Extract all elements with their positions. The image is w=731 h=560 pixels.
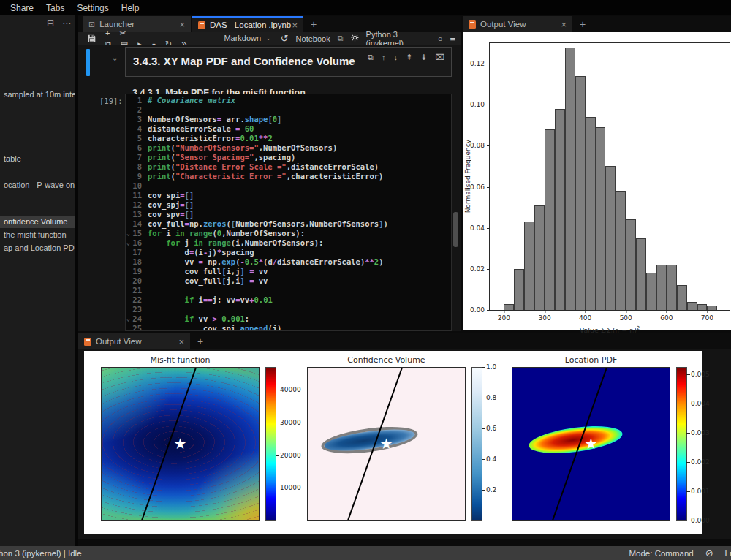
notebook-toolbar: +✂⧉▤▶■↻» Markdown ⌄ ↺ Notebook ⧉ Python …: [78, 32, 461, 45]
histogram-bar: [504, 304, 514, 310]
add-tab-button[interactable]: +: [572, 16, 593, 32]
toc-item[interactable]: the misfit function: [0, 229, 75, 241]
histogram-bar: [545, 129, 555, 310]
colorbar: [471, 367, 482, 521]
histogram-bar: [626, 219, 636, 310]
output-view-panel-bottom: Output View × + Mis-fit function ★ −800−…: [78, 333, 731, 539]
external-link-icon[interactable]: ⧉: [338, 34, 344, 43]
output-view-panel-right: Output View × + Normalised Frequency 200…: [463, 16, 731, 330]
ellipsis-icon[interactable]: ⋯: [62, 18, 71, 29]
y-axis-label: Normalised Frequency: [464, 140, 471, 213]
close-icon[interactable]: ×: [292, 20, 298, 31]
maps-figure-container: Mis-fit function ★ −800−600−400−20006008…: [78, 349, 731, 539]
section-heading: 3.4.3. XY Map PDF and Confidence Volume: [133, 55, 355, 67]
save-icon[interactable]: [88, 34, 96, 42]
add-tab-button[interactable]: +: [190, 333, 211, 349]
launcher-icon: ⊡: [88, 20, 95, 29]
histogram-bar: [534, 205, 545, 310]
duplicate-icon[interactable]: ⧉: [368, 53, 374, 62]
histogram-bar: [586, 117, 596, 310]
tab-output-view[interactable]: Output View ×: [463, 16, 572, 32]
histogram-bar: [677, 285, 687, 310]
confidence-plot: Confidence Volume ★ −800−600−400−2000 0.…: [290, 351, 495, 534]
insert-above-icon[interactable]: ⇞: [406, 53, 412, 62]
bottom-panel-tab-bar: Output View × +: [78, 333, 731, 349]
source-star-marker: ★: [174, 436, 187, 451]
menu-bar: Share Tabs Settings Help: [0, 0, 731, 15]
menu-settings[interactable]: Settings: [77, 3, 108, 13]
cell-type-dropdown[interactable]: Markdown ⌄: [224, 34, 270, 42]
histogram-bar: [575, 76, 586, 310]
toc-item[interactable]: ocation - P-wave only: [0, 179, 75, 192]
gear-icon[interactable]: [351, 34, 359, 43]
cut-icon[interactable]: ✂: [119, 29, 126, 37]
cell-type-value: Markdown: [224, 34, 261, 42]
move-down-icon[interactable]: ↓: [393, 53, 398, 62]
toc-item-selected[interactable]: onfidence Volume: [0, 216, 75, 228]
hamburger-menu-icon[interactable]: ≡: [450, 33, 455, 44]
colorbar: [676, 367, 687, 521]
histogram-bar: [605, 166, 616, 310]
histogram-bar: [667, 265, 677, 310]
plot-title: Location PDF: [512, 355, 670, 365]
confidence-axes: ★ −800−600−400−2000: [307, 367, 466, 521]
tab-output-view[interactable]: Output View ×: [78, 333, 190, 349]
mode-indicator[interactable]: Mode: Command: [629, 549, 693, 558]
insert-below-icon[interactable]: ⇟: [420, 53, 427, 62]
tab-label: DAS - Location .ipynb: [210, 20, 291, 29]
toc-item[interactable]: ap and Location PDF: [0, 242, 75, 254]
menu-help[interactable]: Help: [121, 3, 140, 13]
move-up-icon[interactable]: ↑: [382, 53, 386, 62]
notebook-scrollbar[interactable]: [453, 212, 458, 247]
line-col-indicator[interactable]: Ln 1: [725, 549, 731, 558]
selected-cell-indicator[interactable]: [86, 49, 90, 76]
markdown-heading-cell[interactable]: 3.4.3. XY Map PDF and Confidence Volume …: [125, 47, 452, 77]
delete-icon[interactable]: ⌧: [435, 53, 444, 62]
histogram-bar: [697, 304, 708, 310]
source-star-marker: ★: [380, 436, 393, 451]
colorbar-ticks: 0.0000.0010.0020.0030.0040.005: [691, 367, 721, 521]
execution-count: [19]:: [99, 97, 123, 105]
kernel-name[interactable]: Python 3 (ipykernel): [366, 30, 431, 48]
location-pdf-axes: ★ −800−600−400−2000: [512, 367, 670, 521]
histogram-bar: [656, 265, 667, 310]
collapse-chevron-icon[interactable]: ⌄: [112, 54, 118, 62]
toc-item[interactable]: table: [0, 153, 75, 165]
refresh-icon[interactable]: ↺: [281, 34, 289, 43]
notebook-file-icon: [469, 20, 476, 29]
histogram-bar: [565, 48, 575, 310]
histogram-bar: [514, 269, 524, 310]
histogram-axes: 2003004005006007000.000.020.040.060.080.…: [489, 42, 730, 311]
cell-toolbar: ⧉↑↓⇞⇟⌧: [368, 53, 444, 62]
status-bar: hon 3 (ipykernel) | Idle Mode: Command ⊘…: [0, 546, 731, 560]
histogram-figure: Normalised Frequency 2003004005006007000…: [463, 32, 731, 330]
bell-icon[interactable]: ⊘: [705, 548, 713, 559]
histogram-bar: [646, 273, 656, 310]
location-pdf-plot: Location PDF ★ −800−600−400−2000 0.0000.…: [495, 351, 702, 534]
histogram-bar: [596, 127, 606, 310]
plot-title: Confidence Volume: [307, 355, 466, 365]
kernel-status-icon: ○: [438, 34, 443, 43]
menu-tabs[interactable]: Tabs: [46, 3, 64, 13]
notebook-file-icon: [84, 338, 91, 346]
histogram-bar: [636, 238, 646, 310]
histogram-bar: [616, 191, 626, 310]
insert-cell-icon[interactable]: +: [105, 29, 110, 37]
notebook-area: ⌄ 3.4.3. XY Map PDF and Confidence Volum…: [78, 45, 461, 331]
tab-label: Output View: [480, 20, 526, 29]
plot-title: Mis-fit function: [101, 355, 260, 365]
collapse-all-icon[interactable]: ⊟: [47, 18, 54, 29]
close-icon[interactable]: ×: [561, 19, 567, 30]
chevron-down-icon: ⌄: [265, 35, 271, 42]
close-icon[interactable]: ×: [178, 336, 184, 347]
source-star-marker: ★: [585, 436, 598, 451]
code-editor[interactable]: 1# Covariance matrix23NumberOfSensors= a…: [125, 94, 452, 331]
histogram-bar: [524, 222, 534, 310]
confidence-ellipse: [320, 423, 420, 458]
menu-share[interactable]: Share: [10, 3, 34, 13]
kernel-status-text[interactable]: hon 3 (ipykernel) | Idle: [0, 549, 82, 558]
maps-figure: Mis-fit function ★ −800−600−400−20006008…: [84, 351, 702, 534]
toc-item[interactable]: sampled at 10m inter...: [0, 88, 75, 101]
histogram-bar: [687, 302, 697, 310]
misfit-axes: ★ −800−600−400−2000600800100012001400: [101, 367, 260, 521]
